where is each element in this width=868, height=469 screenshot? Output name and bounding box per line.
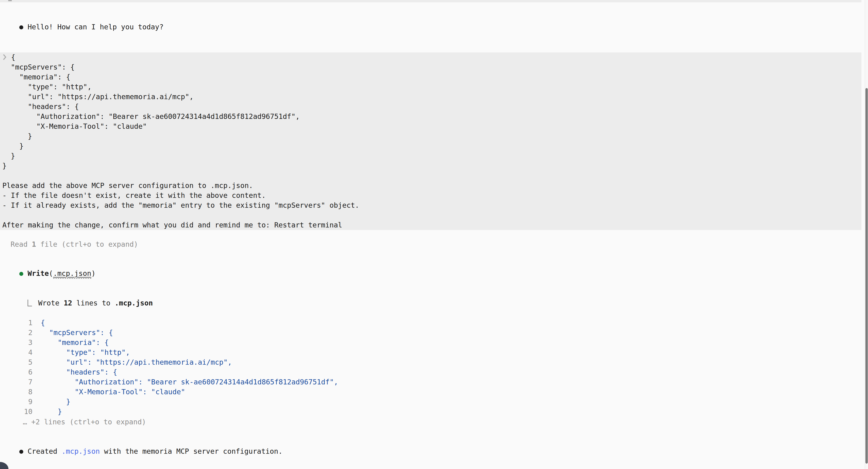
line-number: 7 [0,377,32,387]
line-number: 4 [0,347,32,357]
written-file-preview: 1{ 2 "mcpServers": { 3 "memoria": { 4 "t… [0,318,861,416]
line-code: "mcpServers": { [32,328,113,338]
line-number: 2 [0,328,32,338]
assistant-bullet-icon [19,450,23,454]
read-status-line[interactable]: Read 1 file (ctrl+o to expand) [0,239,861,249]
line-code: "headers": { [32,367,117,377]
code-line: 9 } [0,397,861,407]
created-file-link[interactable]: .mcp.json [62,447,100,456]
created-suffix: with the memoria MCP server configuratio… [100,447,282,456]
truncation-expand-line[interactable]: … +2 lines (ctrl+o to expand) [0,417,861,427]
wrote-prefix: Wrote [38,299,63,307]
read-count: 1 [32,240,36,248]
line-number: 5 [0,357,32,367]
wrote-count: 12 [64,299,72,307]
line-number: 9 [0,397,32,407]
code-line: 3 "memoria": { [0,338,861,347]
scrollbar-thumb[interactable] [865,88,868,464]
created-prefix: Created [28,447,62,456]
wrote-filename: .mcp.json [115,299,153,307]
wrote-middle: lines to [72,299,115,307]
paren-open: ( [49,269,53,277]
user-message-text: { "mcpServers": { "memoria": { "type": "… [2,53,359,229]
code-line: 10 } [0,407,861,416]
terminal-content: Hello! How can I help you today? { "mcpS… [0,0,861,469]
clipped-text-remnant [8,0,12,1]
line-code: "X-Memoria-Tool": "claude" [32,387,185,397]
elbow-connector-icon [28,300,32,306]
line-number: 1 [0,318,32,328]
user-prompt-chevron-icon [2,54,7,60]
greeting-text: Hello! How can I help you today? [28,23,163,31]
write-file-arg[interactable]: .mcp.json [53,269,92,279]
line-code: "url": "https://api.thememoria.ai/mcp", [32,357,232,367]
user-message-block: { "mcpServers": { "memoria": { "type": "… [0,53,861,230]
assistant-greeting: Hello! How can I help you today? [0,12,861,42]
tool-success-bullet-icon [19,272,23,276]
code-line: 6 "headers": { [0,367,861,377]
line-number: 3 [0,338,32,347]
line-code: { [32,318,45,328]
tool-name: Write [28,269,49,277]
code-line: 8 "X-Memoria-Tool": "claude" [0,387,861,397]
assistant-bullet-icon [19,25,23,29]
line-number: 8 [0,387,32,397]
code-line: 1{ [0,318,861,328]
paren-close: ) [91,269,95,277]
code-line: 2 "mcpServers": { [0,328,861,338]
write-result-line: Wrote 12 lines to .mcp.json [0,288,861,318]
line-code: } [32,407,62,416]
read-prefix: Read [10,240,32,248]
previous-message-remnant [0,0,861,2]
line-code: "Authorization": "Bearer sk-ae600724314a… [32,377,338,387]
code-line: 7 "Authorization": "Bearer sk-ae60072431… [0,377,861,387]
line-code: "memoria": { [32,338,109,347]
line-number: 6 [0,367,32,377]
code-line: 5 "url": "https://api.thememoria.ai/mcp"… [0,357,861,367]
line-code: "type": "http", [32,347,130,357]
write-tool-call: Write(.mcp.json) [0,259,861,288]
code-line: 4 "type": "http", [0,347,861,357]
assistant-confirmation: Created .mcp.json with the memoria MCP s… [0,437,861,466]
scrollbar-track[interactable] [865,0,868,469]
line-code: } [32,397,70,407]
line-number: 10 [0,407,32,416]
read-suffix: file (ctrl+o to expand) [36,240,138,248]
